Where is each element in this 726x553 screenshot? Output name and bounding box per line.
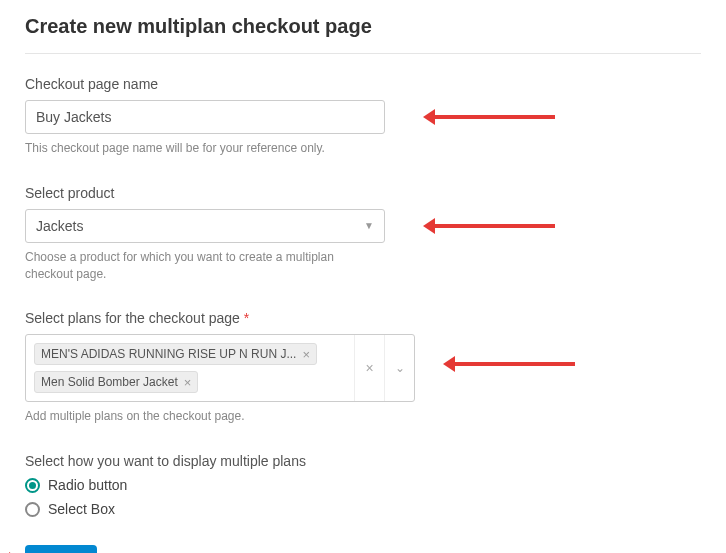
field-product: Select product Jackets ▼ Choose a produc… xyxy=(25,185,701,283)
display-label: Select how you want to display multiple … xyxy=(25,453,701,469)
chevron-down-icon: ▼ xyxy=(364,220,374,231)
product-label: Select product xyxy=(25,185,701,201)
radio-icon xyxy=(25,478,40,493)
plans-help: Add multiple plans on the checkout page. xyxy=(25,408,385,425)
plan-tag: MEN'S ADIDAS RUNNING RISE UP N RUN J... … xyxy=(34,343,317,365)
field-display: Select how you want to display multiple … xyxy=(25,453,701,517)
plans-multiselect[interactable]: MEN'S ADIDAS RUNNING RISE UP N RUN J... … xyxy=(25,334,415,402)
clear-all-icon[interactable]: × xyxy=(354,335,384,401)
product-help: Choose a product for which you want to c… xyxy=(25,249,385,283)
radio-option-select-box[interactable]: Select Box xyxy=(25,501,701,517)
product-select[interactable]: Jackets ▼ xyxy=(25,209,385,243)
annotation-arrow-icon xyxy=(435,115,555,119)
radio-option-radio-button[interactable]: Radio button xyxy=(25,477,701,493)
radio-label: Radio button xyxy=(48,477,127,493)
product-select-value: Jackets xyxy=(36,218,83,234)
close-icon[interactable]: × xyxy=(302,348,310,361)
chevron-down-icon[interactable]: ⌄ xyxy=(384,335,414,401)
checkout-name-help: This checkout page name will be for your… xyxy=(25,140,385,157)
annotation-arrow-icon xyxy=(455,362,575,366)
page-title: Create new multiplan checkout page xyxy=(25,15,701,38)
plan-tag-label: Men Solid Bomber Jacket xyxy=(41,375,178,389)
field-checkout-name: Checkout page name This checkout page na… xyxy=(25,76,701,157)
field-plans: Select plans for the checkout page * MEN… xyxy=(25,310,701,425)
plans-label-text: Select plans for the checkout page xyxy=(25,310,240,326)
radio-label: Select Box xyxy=(48,501,115,517)
submit-button[interactable]: Submit xyxy=(25,545,97,553)
radio-icon xyxy=(25,502,40,517)
plan-tag-label: MEN'S ADIDAS RUNNING RISE UP N RUN J... xyxy=(41,347,296,361)
close-icon[interactable]: × xyxy=(184,376,192,389)
checkout-name-input[interactable] xyxy=(25,100,385,134)
form-actions: Submit or Go Back xyxy=(25,545,701,553)
annotation-arrow-icon xyxy=(435,224,555,228)
plans-tags-area: MEN'S ADIDAS RUNNING RISE UP N RUN J... … xyxy=(26,335,354,401)
required-marker: * xyxy=(244,310,249,326)
checkout-name-label: Checkout page name xyxy=(25,76,701,92)
plan-tag: Men Solid Bomber Jacket × xyxy=(34,371,198,393)
plans-label: Select plans for the checkout page * xyxy=(25,310,701,326)
divider xyxy=(25,53,701,54)
